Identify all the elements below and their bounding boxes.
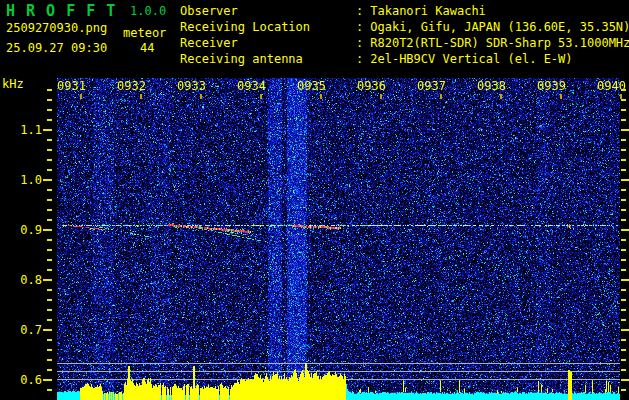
freq-minor-tick — [47, 289, 52, 291]
time-label-0935: 0935 — [297, 79, 327, 93]
time-tick — [200, 94, 202, 99]
freq-minor-tick — [47, 249, 52, 251]
freq-label-0.6: 0.6 — [0, 373, 42, 387]
freq-major-tick — [621, 329, 629, 331]
freq-minor-tick — [47, 219, 52, 221]
time-tick — [560, 94, 562, 99]
info-label: Receiver — [180, 36, 356, 51]
freq-major-tick — [621, 279, 629, 281]
info-row-observer: Observer:Takanori Kawachi — [180, 4, 629, 20]
observation-datetime: 25.09.27 09:30 — [6, 41, 107, 55]
freq-minor-tick — [47, 169, 52, 171]
colon-separator: : — [356, 4, 363, 18]
freq-minor-tick — [621, 259, 626, 261]
freq-label-0.9: 0.9 — [0, 223, 42, 237]
freq-label-0.8: 0.8 — [0, 273, 42, 287]
output-filename: 2509270930.png — [6, 21, 107, 35]
freq-minor-tick — [47, 369, 52, 371]
time-label-0932: 0932 — [117, 79, 147, 93]
freq-minor-tick — [621, 119, 626, 121]
freq-minor-tick — [47, 349, 52, 351]
hrofft-output-window: H R O F F T 1.0.0 2509270930.png meteor … — [0, 0, 629, 400]
freq-major-tick — [43, 379, 52, 381]
time-tick — [260, 94, 262, 99]
freq-minor-tick — [47, 119, 52, 121]
freq-minor-tick — [47, 389, 52, 391]
freq-major-tick — [621, 129, 629, 131]
info-value: Takanori Kawachi — [370, 4, 486, 18]
freq-minor-tick — [47, 299, 52, 301]
time-label-0938: 0938 — [477, 79, 507, 93]
freq-minor-tick — [621, 269, 626, 271]
freq-minor-tick — [621, 219, 626, 221]
time-tick — [380, 94, 382, 99]
info-row-location: Receiving Location:Ogaki, Gifu, JAPAN (1… — [180, 20, 629, 36]
info-value: Ogaki, Gifu, JAPAN (136.60E, 35.35N) — [370, 20, 629, 34]
info-row-antenna: Receiving antenna:2el-HB9CV Vertical (el… — [180, 52, 629, 68]
freq-minor-tick — [47, 159, 52, 161]
freq-minor-tick — [47, 89, 52, 91]
observation-mode-label: meteor — [123, 26, 166, 40]
freq-minor-tick — [47, 199, 52, 201]
time-label-0931: 0931 — [57, 79, 87, 93]
station-info-block: Observer:Takanori Kawachi Receiving Loca… — [180, 4, 629, 68]
freq-major-tick — [621, 379, 629, 381]
freq-minor-tick — [621, 99, 626, 101]
meteor-echo-count: 44 — [140, 41, 154, 55]
freq-minor-tick — [621, 109, 626, 111]
freq-major-tick — [621, 229, 629, 231]
freq-major-tick — [621, 179, 629, 181]
freq-minor-tick — [621, 249, 626, 251]
freq-minor-tick — [621, 349, 626, 351]
colon-separator: : — [356, 52, 363, 66]
freq-minor-tick — [47, 339, 52, 341]
freq-label-0.7: 0.7 — [0, 323, 42, 337]
freq-major-tick — [43, 129, 52, 131]
time-label-0939: 0939 — [537, 79, 567, 93]
freq-minor-tick — [621, 169, 626, 171]
freq-minor-tick — [621, 189, 626, 191]
time-label-0934: 0934 — [237, 79, 267, 93]
time-tick — [440, 94, 442, 99]
freq-minor-tick — [621, 239, 626, 241]
freq-minor-tick — [47, 319, 52, 321]
info-value: 2el-HB9CV Vertical (el. E-W) — [370, 52, 572, 66]
spectrogram-canvas — [57, 78, 620, 400]
freq-label-1.1: 1.1 — [0, 123, 42, 137]
freq-minor-tick — [621, 389, 626, 391]
info-value: R820T2(RTL-SDR) SDR-Sharp 53.1000MHz — [370, 36, 629, 50]
y-axis-unit-label: kHz — [2, 77, 24, 91]
time-tick — [500, 94, 502, 99]
freq-major-tick — [43, 229, 52, 231]
app-title: H R O F F T — [6, 2, 116, 20]
freq-minor-tick — [47, 259, 52, 261]
freq-minor-tick — [621, 149, 626, 151]
info-label: Receiving Location — [180, 20, 356, 35]
colon-separator: : — [356, 36, 363, 50]
freq-minor-tick — [621, 289, 626, 291]
freq-minor-tick — [47, 209, 52, 211]
time-tick — [80, 94, 82, 99]
freq-minor-tick — [621, 309, 626, 311]
freq-minor-tick — [47, 99, 52, 101]
freq-minor-tick — [47, 189, 52, 191]
time-label-0937: 0937 — [417, 79, 447, 93]
freq-minor-tick — [621, 159, 626, 161]
info-label: Observer — [180, 4, 356, 19]
freq-label-1.0: 1.0 — [0, 173, 42, 187]
freq-minor-tick — [47, 149, 52, 151]
freq-major-tick — [43, 279, 52, 281]
time-label-0936: 0936 — [357, 79, 387, 93]
freq-major-tick — [43, 179, 52, 181]
freq-minor-tick — [621, 89, 626, 91]
time-label-0933: 0933 — [177, 79, 207, 93]
freq-minor-tick — [47, 269, 52, 271]
freq-minor-tick — [621, 369, 626, 371]
info-row-receiver: Receiver:R820T2(RTL-SDR) SDR-Sharp 53.10… — [180, 36, 629, 52]
freq-major-tick — [43, 329, 52, 331]
freq-minor-tick — [47, 309, 52, 311]
freq-minor-tick — [621, 299, 626, 301]
time-tick — [320, 94, 322, 99]
freq-minor-tick — [621, 199, 626, 201]
info-label: Receiving antenna — [180, 52, 356, 67]
